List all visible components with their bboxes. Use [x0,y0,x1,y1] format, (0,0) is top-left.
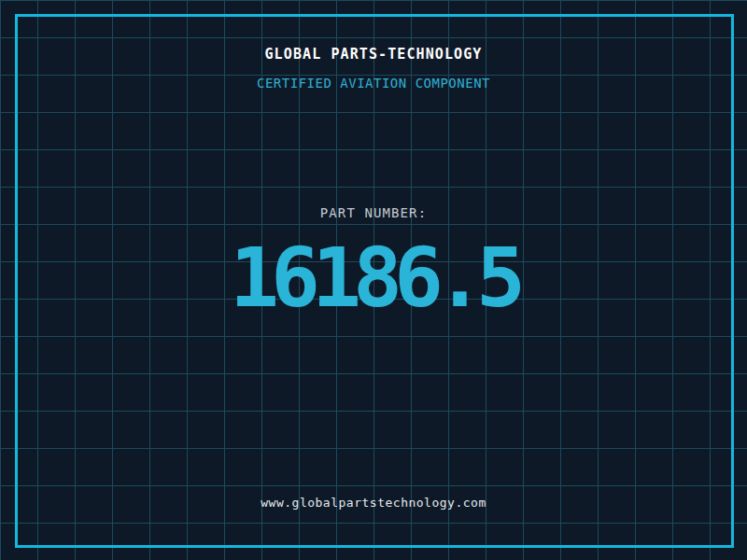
website-url: www.globalpartstechnology.com [0,496,747,510]
certificate-page: { "header": { "title": "GLOBAL PARTS-TEC… [0,0,747,560]
page-title: GLOBAL PARTS-TECHNOLOGY [0,46,747,63]
part-number-label: PART NUMBER: [0,205,747,220]
page-subtitle: CERTIFIED AVIATION COMPONENT [0,76,747,91]
part-number-value: 16186.5 [0,237,747,319]
